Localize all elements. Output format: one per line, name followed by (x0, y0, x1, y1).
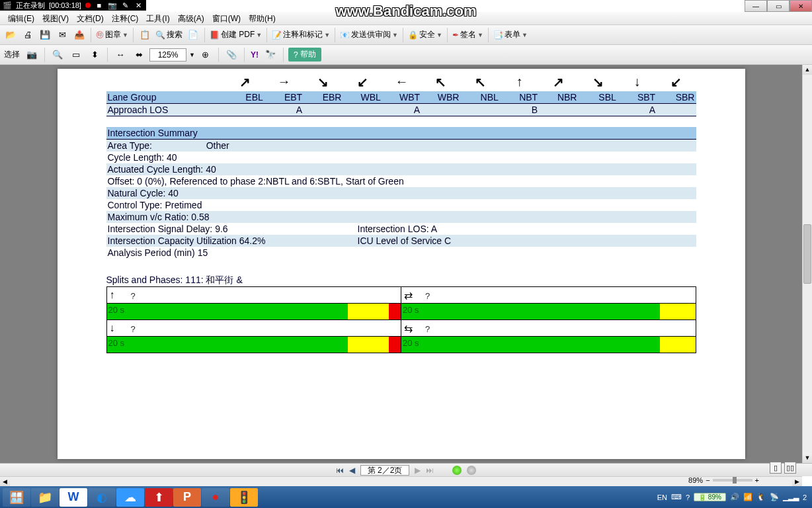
menu-edit[interactable]: 编辑(E) (4, 12, 38, 24)
help-button[interactable]: ?帮助 (288, 48, 321, 62)
powerpoint-icon[interactable]: P (173, 488, 201, 507)
natural-cycle: Natural Cycle: 40 (108, 188, 179, 198)
network-icon[interactable]: 📶 (743, 493, 752, 501)
stop-icon[interactable]: ■ (95, 1, 104, 9)
reader-icon[interactable]: ⬆ (145, 488, 173, 507)
binocular-icon[interactable]: 🔭 (263, 47, 278, 63)
forms-button[interactable]: 📑表单▼ (492, 29, 529, 40)
scroll-thumb[interactable] (803, 224, 811, 284)
word-icon[interactable]: W (60, 488, 87, 507)
folder-up-icon[interactable]: 📤 (71, 27, 87, 43)
plus-icon[interactable]: + (755, 476, 759, 484)
copy-icon[interactable]: 📋 (137, 27, 153, 43)
menu-view[interactable]: 视图(V) (38, 12, 73, 24)
document-viewport[interactable]: ↗ → ↘ ↙ ← ↖ ↖ ↑ ↗ ↘ ↓ ↙ Lane Group EBL E… (0, 65, 802, 463)
email-icon[interactable]: ✉ (54, 27, 70, 43)
qq-icon[interactable]: 🐧 (756, 493, 766, 501)
send-review-button[interactable]: 📧发送供审阅▼ (339, 29, 399, 40)
zoom-dropdown-icon[interactable]: ▼ (189, 52, 195, 58)
print-icon[interactable]: 🖨 (20, 27, 36, 43)
menu-comment[interactable]: 注释(C) (108, 12, 143, 24)
first-page-icon[interactable]: ⏮ (336, 466, 344, 475)
close-icon[interactable]: ✕ (134, 1, 143, 10)
open-icon[interactable]: 📂 (3, 27, 19, 43)
stamp-button[interactable]: ㊞图章▼ (95, 29, 130, 40)
lang-indicator[interactable]: EN (657, 493, 667, 501)
select-button[interactable]: 选择 (3, 49, 21, 60)
vertical-scrollbar[interactable]: ▲ ▼ (802, 65, 812, 463)
scroll-up-icon[interactable]: ▲ (803, 65, 812, 75)
zoom-in-icon[interactable]: 🔍 (50, 47, 65, 63)
menu-window[interactable]: 窗口(W) (208, 12, 245, 24)
minimize-button[interactable]: — (745, 0, 767, 12)
next-page-icon[interactable]: ▶ (415, 466, 421, 475)
menu-advanced[interactable]: 高级(A) (174, 12, 208, 24)
browser-icon[interactable]: ◐ (88, 488, 116, 507)
volume-icon[interactable]: 🔊 (730, 493, 739, 501)
explorer-icon[interactable]: 📁 (31, 488, 59, 507)
zoom-input[interactable]: 125% (149, 48, 186, 62)
attach-icon[interactable]: 📎 (223, 47, 239, 63)
single-page-icon[interactable]: ▯ (770, 462, 782, 474)
menu-tools[interactable]: 工具(I) (142, 12, 173, 24)
film-icon: 🎬 (3, 1, 12, 10)
camera-icon[interactable]: 📷 (108, 1, 117, 10)
maximize-button[interactable]: ▭ (767, 0, 790, 12)
fit-width-icon[interactable]: ↔ (112, 47, 128, 63)
prev-page-icon[interactable]: ◀ (349, 466, 355, 475)
menu-document[interactable]: 文档(D) (73, 12, 108, 24)
scroll-left-icon[interactable]: ◀ (0, 477, 10, 486)
clock[interactable]: 2 (803, 493, 807, 501)
marquee-icon[interactable]: ▭ (68, 47, 84, 63)
cloud-icon[interactable]: ☁ (116, 488, 144, 507)
record-icon[interactable]: ● (202, 488, 229, 507)
save-icon[interactable]: 💾 (37, 27, 53, 43)
synchro-icon[interactable]: 🚦 (230, 488, 258, 507)
phase-arrow-icon: ↓ (110, 322, 115, 334)
scroll-right-icon[interactable]: ▶ (792, 477, 802, 486)
separator (204, 28, 205, 42)
lang-icon[interactable]: ⌨ (671, 493, 682, 501)
system-tray: EN ⌨ ? 🔋 89% 🔊 📶 🐧 📡 ▁▂▃ 2 (657, 493, 809, 501)
wifi-icon[interactable]: 📡 (770, 493, 779, 501)
page-nav-icon[interactable]: 📄 (185, 27, 201, 43)
sign-button[interactable]: ✒签名▼ (451, 29, 485, 40)
arrow-ebl-icon: ↗ (225, 74, 264, 90)
arrow-wbr-icon: ↖ (421, 74, 460, 90)
create-pdf-button[interactable]: 📕创建 PDF▼ (208, 29, 263, 40)
yahoo-icon[interactable]: Y! (249, 50, 260, 60)
scroll-down-icon[interactable]: ▼ (803, 453, 812, 463)
separator (133, 28, 134, 42)
pagination-bar: ⏮ ◀ 第 2／2页 ▶ ⏭ (0, 463, 812, 476)
continuous-icon[interactable]: ⬌ (131, 47, 147, 63)
menu-help[interactable]: 帮助(H) (245, 12, 280, 24)
arrow-ebt-icon: → (264, 74, 304, 90)
horizontal-scrollbar[interactable]: ◀ ▶ (0, 476, 802, 486)
start-button[interactable]: 🪟 (3, 488, 30, 507)
last-page-icon[interactable]: ⏭ (426, 466, 434, 475)
battery-indicator[interactable]: 🔋 89% (694, 493, 726, 501)
annotate-button[interactable]: 📝注释和标记▼ (270, 29, 331, 40)
actual-size-icon[interactable]: ⊕ (198, 47, 214, 63)
cycle-length: Cycle Length: 40 (108, 152, 177, 163)
minus-icon[interactable]: − (706, 476, 710, 484)
secure-button[interactable]: 🔒安全▼ (407, 29, 444, 40)
back-icon[interactable] (452, 466, 462, 475)
phase-arrow-icon: ↑ (110, 289, 115, 301)
two-page-icon[interactable]: ▯▯ (784, 462, 796, 474)
fit-page-icon[interactable]: ⬍ (87, 47, 102, 63)
help-tray-icon[interactable]: ? (686, 493, 690, 501)
pencil-icon[interactable]: ✎ (121, 1, 130, 10)
page-indicator[interactable]: 第 2／2页 (360, 465, 410, 476)
phase-arrow-icon: ⇆ (404, 322, 413, 335)
approach-los-label: Approach LOS (106, 104, 225, 116)
snapshot-icon[interactable]: 📷 (24, 47, 40, 63)
separator (403, 28, 403, 42)
signal-icon[interactable]: ▁▂▃ (783, 493, 799, 501)
actuated-cycle: Actuated Cycle Length: 40 (108, 164, 216, 175)
search-button[interactable]: 🔍搜索 (154, 29, 184, 40)
int-los: Intersection LOS: A (358, 224, 695, 234)
forward-icon[interactable] (467, 466, 476, 475)
close-button[interactable]: ✕ (790, 0, 812, 12)
zoom-slider[interactable] (713, 479, 752, 482)
